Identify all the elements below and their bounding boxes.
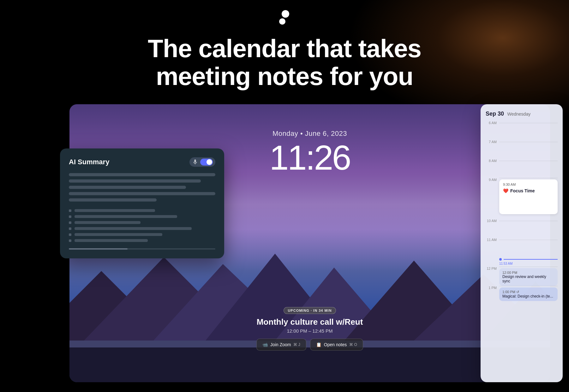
- cal-date: Sep 30: [486, 111, 504, 117]
- event-card: UPCOMING · IN 34 MIN Monthly culture cal…: [243, 307, 376, 351]
- time-label-12pm: 12 PM: [486, 267, 497, 270]
- bullet-dot: [69, 227, 71, 230]
- bullet-item-4: [69, 227, 215, 230]
- upcoming-badge: UPCOMING · IN 34 MIN: [284, 307, 336, 314]
- focus-time-event[interactable]: 9:30 AM ❤️ Focus Time: [499, 179, 558, 214]
- ui-container: Monday • June 6, 2023 11:26 UPCOMING · I…: [69, 104, 550, 392]
- bullet-text: [75, 227, 192, 230]
- bullet-dot: [69, 233, 71, 236]
- time-row-1pm: 1 PM 1:00 PM ↺ Magical: Design check-in …: [486, 286, 558, 311]
- time-label-7am: 7 AM: [486, 140, 497, 144]
- open-notes-button[interactable]: 📋 Open notes ⌘ O: [310, 339, 363, 351]
- design-review-event[interactable]: 12:00 PM Design review and weekly sync: [499, 268, 558, 286]
- focus-event-time: 9:30 AM: [503, 183, 554, 186]
- time-label-10am: 10 AM: [486, 219, 497, 223]
- time-label-6am: 6 AM: [486, 121, 497, 125]
- time-dash: [504, 259, 558, 260]
- hero-section: The calendar that takes meeting notes fo…: [0, 9, 569, 90]
- ai-summary-panel: AI Summary: [60, 148, 224, 258]
- time-line: [499, 221, 558, 221]
- ai-text-lines: [69, 173, 215, 202]
- mic-icon: [192, 159, 198, 165]
- heart-icon: ❤️: [503, 188, 508, 193]
- time-label-9am: 9 AM: [486, 178, 497, 182]
- time-row-11am: 11 AM: [486, 238, 558, 257]
- time-row-9am: 9 AM 9:30 AM ❤️ Focus Time: [486, 178, 558, 219]
- clock-date: Monday • June 6, 2023: [269, 130, 350, 138]
- cal-header: Sep 30 Wednesday: [486, 111, 558, 117]
- cal-day: Wednesday: [507, 112, 531, 117]
- notes-icon: 📋: [316, 342, 321, 347]
- magical-event-time: 1:00 PM ↺: [502, 290, 554, 294]
- time-line: [499, 142, 558, 142]
- event-buttons: 📹 Join Zoom ⌘ J 📋 Open notes ⌘ O: [243, 339, 376, 351]
- ai-scrollbar-thumb: [69, 248, 128, 250]
- time-line: [499, 240, 558, 240]
- text-line-1: [69, 173, 215, 176]
- design-event-time: 12:00 PM: [502, 271, 554, 274]
- bullet-text: [75, 221, 141, 224]
- current-time-label: 11:53 AM: [499, 262, 558, 265]
- open-notes-label: Open notes: [324, 342, 347, 347]
- time-slots: 6 AM 7 AM 8 AM 9 AM 9:30: [486, 121, 558, 311]
- magical-event[interactable]: 1:00 PM ↺ Magical: Design check-in (te..…: [499, 287, 558, 301]
- text-line-5: [69, 198, 157, 202]
- svg-point-0: [282, 10, 289, 18]
- hero-title: The calendar that takes meeting notes fo…: [0, 35, 569, 90]
- text-line-4: [69, 192, 215, 195]
- event-title: Monthly culture call w/Reut: [243, 317, 376, 327]
- svg-rect-12: [69, 347, 550, 382]
- bullet-dot: [69, 239, 71, 242]
- magical-event-title: Magical: Design check-in (te...: [502, 294, 554, 299]
- text-line-3: [69, 186, 186, 189]
- time-label-1pm: 1 PM: [486, 286, 497, 290]
- bullet-dot: [69, 215, 71, 218]
- ai-bullet-list: [69, 209, 215, 242]
- time-label-11am: 11 AM: [486, 238, 497, 242]
- bullet-item-1: [69, 209, 215, 212]
- time-line: [499, 161, 558, 161]
- time-row-12pm: 12 PM 12:00 PM Design review and weekly …: [486, 267, 558, 286]
- time-row-7am: 7 AM: [486, 140, 558, 159]
- calendar-sidebar: Sep 30 Wednesday 6 AM 7 AM 8 AM 9 AM: [481, 104, 563, 382]
- event-time: 12:00 PM – 12:45 PM: [243, 328, 376, 334]
- logo: [277, 9, 292, 30]
- toggle-knob: [207, 159, 212, 165]
- design-event-title: Design review and weekly sync: [502, 274, 554, 283]
- time-slot-9am: 9:30 AM ❤️ Focus Time: [499, 178, 558, 214]
- time-line: [499, 123, 558, 123]
- join-zoom-label: Join Zoom: [270, 342, 291, 347]
- bullet-item-5: [69, 233, 215, 236]
- ai-panel-header: AI Summary: [69, 157, 215, 167]
- text-line-2: [69, 179, 201, 183]
- time-label-8am: 8 AM: [486, 159, 497, 163]
- clock-overlay: Monday • June 6, 2023 11:26: [269, 130, 350, 175]
- bullet-item-3: [69, 221, 215, 224]
- svg-point-1: [279, 18, 285, 25]
- time-row-8am: 8 AM: [486, 159, 558, 178]
- ai-toggle[interactable]: [200, 159, 213, 166]
- bullet-text: [75, 215, 177, 218]
- join-shortcut: ⌘ J: [293, 342, 300, 347]
- bullet-text: [75, 209, 155, 212]
- bullet-dot: [69, 221, 71, 224]
- ai-summary-title: AI Summary: [69, 158, 109, 166]
- current-time-indicator: [499, 258, 558, 261]
- bullet-text: [75, 239, 148, 242]
- toggle-container[interactable]: [189, 157, 215, 167]
- video-icon: 📹: [262, 342, 268, 347]
- focus-event-title: ❤️ Focus Time: [503, 188, 554, 193]
- bullet-item-6: [69, 239, 215, 242]
- bullet-item-2: [69, 215, 215, 218]
- ai-scrollbar[interactable]: [69, 248, 215, 250]
- time-row-10am: 10 AM: [486, 219, 558, 238]
- time-slot-1pm: 1:00 PM ↺ Magical: Design check-in (te..…: [499, 286, 558, 301]
- time-dot: [499, 258, 502, 261]
- join-zoom-button[interactable]: 📹 Join Zoom ⌘ J: [256, 339, 306, 351]
- bullet-dot: [69, 209, 71, 212]
- time-slot-12pm: 12:00 PM Design review and weekly sync: [499, 267, 558, 286]
- clock-time: 11:26: [269, 140, 350, 175]
- bullet-text: [75, 233, 162, 236]
- notes-shortcut: ⌘ O: [349, 342, 357, 347]
- time-row-6am: 6 AM: [486, 121, 558, 140]
